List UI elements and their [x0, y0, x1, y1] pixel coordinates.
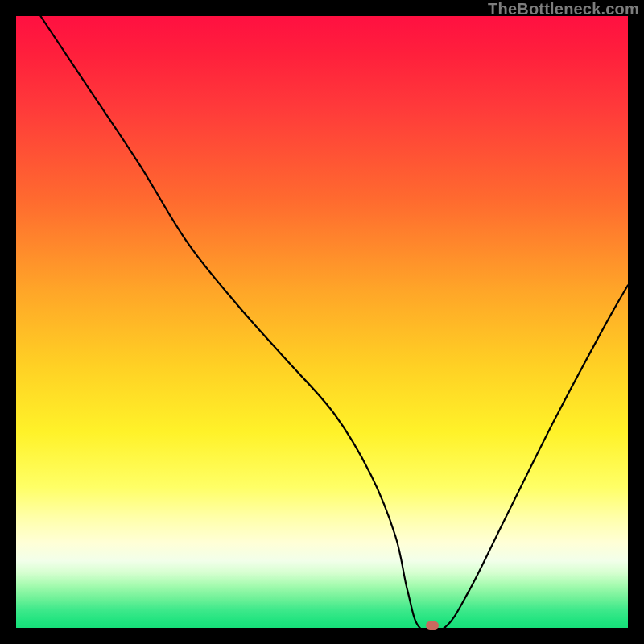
optimal-point-marker — [426, 621, 439, 630]
plot-area — [16, 16, 628, 628]
background-gradient — [16, 16, 628, 628]
